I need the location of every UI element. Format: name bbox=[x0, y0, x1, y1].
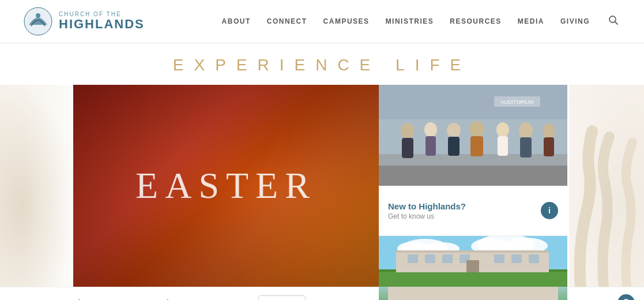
svg-rect-35 bbox=[425, 254, 435, 263]
find-campus-button[interactable]: i bbox=[617, 294, 635, 300]
nav-media[interactable]: MEDIA bbox=[518, 17, 544, 25]
svg-line-3 bbox=[615, 22, 618, 25]
easter-title: EASTER bbox=[135, 164, 317, 207]
search-icon bbox=[608, 15, 619, 25]
logo[interactable]: CHURCH OF THE HIGHLANDS bbox=[23, 6, 145, 36]
svg-rect-14 bbox=[470, 136, 483, 156]
svg-point-9 bbox=[424, 122, 437, 137]
new-to-highlands-text: New to Highlands? Get to know us bbox=[388, 201, 535, 220]
campus-photo-image bbox=[379, 236, 567, 287]
svg-rect-41 bbox=[466, 260, 479, 272]
bottom-left: Three Days to Resurrection Watch bbox=[0, 287, 379, 300]
header: CHURCH OF THE HIGHLANDS ABOUT CONNECT CA… bbox=[0, 0, 644, 43]
svg-point-19 bbox=[543, 123, 555, 138]
right-panel: AUDITORIUM New to Highlands? Get to know… bbox=[379, 85, 567, 287]
new-to-highlands-card[interactable]: New to Highlands? Get to know us i bbox=[379, 186, 567, 236]
svg-point-1 bbox=[36, 13, 40, 18]
logo-text: CHURCH OF THE HIGHLANDS bbox=[59, 11, 145, 31]
svg-rect-34 bbox=[408, 254, 418, 263]
svg-rect-38 bbox=[494, 254, 504, 263]
svg-point-13 bbox=[469, 121, 484, 137]
easter-panel[interactable]: EASTER bbox=[73, 85, 379, 287]
logo-icon bbox=[23, 6, 53, 36]
people-photo-image: AUDITORIUM bbox=[379, 85, 567, 186]
svg-rect-8 bbox=[402, 138, 413, 158]
watch-button[interactable]: Watch bbox=[258, 295, 306, 300]
svg-rect-30 bbox=[379, 271, 567, 287]
svg-rect-40 bbox=[529, 254, 539, 263]
campus-photo[interactable] bbox=[379, 236, 567, 300]
svg-rect-39 bbox=[511, 254, 522, 263]
svg-point-17 bbox=[519, 122, 533, 138]
nav-campuses[interactable]: CAMPUSES bbox=[323, 17, 370, 25]
tagline-section: EXPERIENCE LIFE bbox=[0, 43, 644, 85]
nav-connect[interactable]: CONNECT bbox=[267, 17, 307, 25]
new-to-highlands-info-button[interactable]: i bbox=[541, 202, 558, 219]
svg-rect-18 bbox=[520, 137, 532, 158]
left-atmosphere bbox=[0, 85, 73, 287]
nav-ministries[interactable]: MINISTRIES bbox=[386, 17, 434, 25]
svg-rect-36 bbox=[442, 254, 453, 263]
people-photo[interactable]: AUDITORIUM bbox=[379, 85, 567, 186]
svg-point-7 bbox=[401, 123, 415, 139]
right-atmosphere bbox=[569, 85, 644, 287]
svg-point-11 bbox=[447, 123, 461, 138]
right-atmosphere-image bbox=[569, 85, 644, 287]
svg-point-15 bbox=[496, 122, 509, 137]
main-nav: ABOUT CONNECT CAMPUSES MINISTRIES RESOUR… bbox=[222, 13, 621, 30]
search-button[interactable] bbox=[606, 13, 621, 30]
svg-rect-20 bbox=[544, 137, 554, 156]
svg-rect-10 bbox=[425, 136, 436, 156]
svg-rect-12 bbox=[448, 137, 460, 156]
tagline-text: EXPERIENCE LIFE bbox=[0, 56, 644, 74]
svg-rect-33 bbox=[396, 250, 549, 253]
nav-giving[interactable]: GIVING bbox=[560, 17, 590, 25]
nav-resources[interactable]: RESOURCES bbox=[450, 17, 502, 25]
svg-rect-16 bbox=[498, 136, 508, 156]
nav-about[interactable]: ABOUT bbox=[222, 17, 251, 25]
main-content: EASTER bbox=[0, 85, 644, 287]
svg-text:AUDITORIUM: AUDITORIUM bbox=[501, 99, 534, 105]
